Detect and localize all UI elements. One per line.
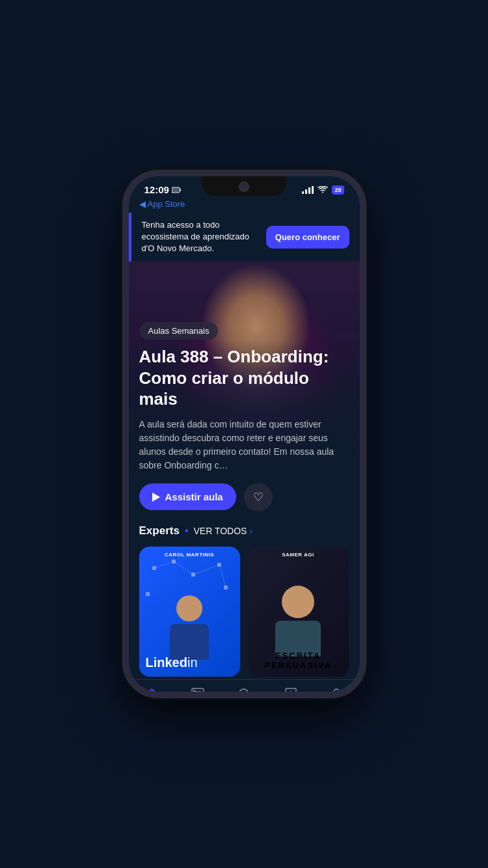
heart-icon: ♡: [253, 490, 264, 504]
svg-point-15: [239, 689, 248, 692]
hero-section: Aulas Semanais Aula 388 – Onboarding: Co…: [129, 262, 360, 522]
dot-separator-icon: •: [185, 525, 189, 537]
svg-line-9: [154, 562, 174, 568]
expert-card-carol[interactable]: CAROL MARTINIS Linkedin: [139, 547, 240, 677]
ver-todos-label: VER TODOS: [193, 526, 247, 536]
battery-status-icon: [172, 187, 181, 193]
ver-todos-button[interactable]: VER TODOS ›: [193, 526, 252, 536]
search-icon: [237, 686, 252, 692]
play-icon: [152, 493, 160, 502]
nav-item-lista[interactable]: Lista de Aulas: [178, 686, 218, 692]
phone-frame: 12:09: [122, 170, 366, 698]
expert-card-escrita[interactable]: SAMER AGI ESCRITAPERSUASIVA: [248, 547, 349, 677]
watch-lesson-button[interactable]: Assistir aula: [139, 483, 236, 510]
expert-card-title: Linkedin: [146, 655, 234, 670]
expert-name-label: CAROL MARTINIS: [165, 552, 214, 558]
status-right: 28: [302, 185, 344, 195]
expert-person-silhouette: [167, 595, 212, 654]
section-title: Experts: [139, 524, 180, 537]
home-icon: [144, 686, 159, 692]
expert-card-title-2: ESCRITAPERSUASIVA: [253, 651, 344, 670]
download-icon: [283, 686, 299, 692]
svg-rect-2: [172, 188, 178, 192]
svg-line-10: [174, 562, 193, 575]
expert-name-label-2: SAMER AGI: [282, 552, 314, 558]
svg-rect-8: [146, 592, 150, 596]
lista-icon: [190, 686, 206, 692]
svg-line-11: [193, 565, 219, 575]
hero-actions: Assistir aula ♡: [139, 483, 349, 511]
promo-banner: Tenha acesso a todo ecossistema de apren…: [129, 213, 360, 262]
bottom-navigation: Home Lista de Aulas: [129, 679, 360, 692]
nav-item-busca[interactable]: Busca: [225, 686, 264, 692]
svg-rect-14: [193, 690, 196, 692]
wifi-icon: [318, 186, 328, 194]
quero-conhecer-button[interactable]: Quero conhecer: [266, 226, 349, 249]
nav-item-perfil[interactable]: Perfil: [317, 686, 356, 692]
expert-person-silhouette-2: [272, 586, 324, 651]
screen: 12:09: [129, 176, 360, 692]
back-label: App Store: [148, 199, 185, 209]
svg-line-12: [219, 565, 226, 588]
hero-content: Aulas Semanais Aula 388 – Onboarding: Co…: [129, 312, 360, 522]
experts-section: Experts • VER TODOS ›: [129, 522, 360, 679]
chevron-right-icon: ›: [249, 526, 252, 536]
svg-point-17: [334, 689, 339, 692]
lesson-description: A aula será dada com intuito de quem est…: [139, 418, 349, 472]
svg-rect-1: [180, 189, 181, 191]
back-button[interactable]: ◀ App Store: [139, 199, 185, 209]
lesson-title: Aula 388 – Onboarding: Como criar o módu…: [139, 346, 349, 410]
perfil-icon: [329, 686, 344, 692]
back-chevron-icon: ◀: [139, 199, 146, 209]
nav-item-home[interactable]: Home: [132, 686, 171, 692]
banner-text: Tenha acesso a todo ecossistema de apren…: [142, 219, 260, 255]
watch-button-label: Assistir aula: [165, 491, 223, 502]
category-badge: Aulas Semanais: [139, 322, 219, 340]
battery-level-badge: 28: [332, 185, 344, 195]
signal-bars-icon: [302, 186, 314, 194]
clock: 12:09: [144, 184, 169, 195]
status-time: 12:09: [144, 184, 181, 195]
section-header: Experts • VER TODOS ›: [139, 522, 349, 537]
appstore-bar: ◀ App Store: [129, 198, 360, 213]
experts-scroll-list[interactable]: CAROL MARTINIS Linkedin SAMER AGI: [139, 547, 349, 679]
status-bar: 12:09: [129, 176, 360, 198]
nav-item-download[interactable]: Download: [271, 686, 310, 692]
favorite-button[interactable]: ♡: [244, 483, 273, 511]
